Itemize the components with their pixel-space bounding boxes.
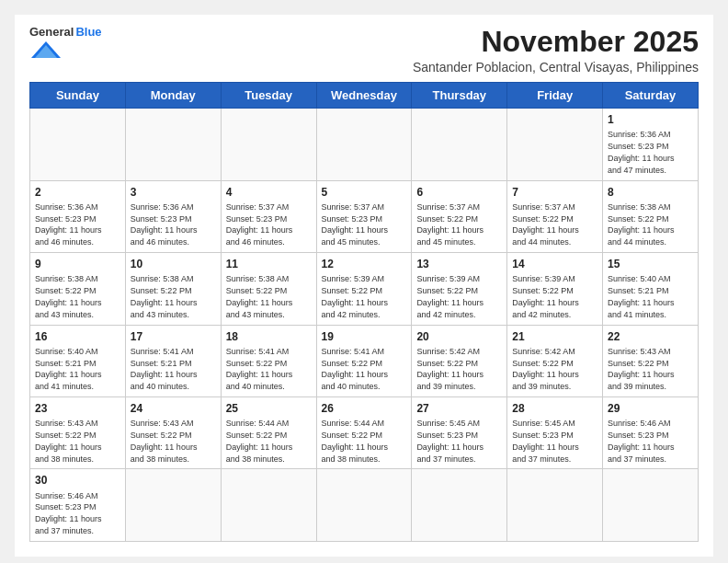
table-row: 1Sunrise: 5:36 AMSunset: 5:23 PMDaylight…	[603, 109, 699, 180]
empty-cell	[507, 109, 603, 180]
table-row: 8Sunrise: 5:38 AMSunset: 5:22 PMDaylight…	[603, 180, 699, 252]
day-number: 27	[416, 401, 502, 416]
empty-cell	[412, 109, 507, 180]
day-info: Sunrise: 5:41 AMSunset: 5:22 PMDaylight:…	[322, 347, 389, 391]
table-row: 10Sunrise: 5:38 AMSunset: 5:22 PMDayligh…	[125, 253, 221, 325]
day-number: 20	[416, 329, 502, 344]
day-number: 28	[512, 401, 597, 416]
day-number: 8	[608, 185, 693, 200]
day-info: Sunrise: 5:36 AMSunset: 5:23 PMDaylight:…	[608, 130, 675, 174]
table-row: 16Sunrise: 5:40 AMSunset: 5:21 PMDayligh…	[30, 325, 126, 396]
day-info: Sunrise: 5:38 AMSunset: 5:22 PMDaylight:…	[608, 202, 675, 247]
day-info: Sunrise: 5:43 AMSunset: 5:22 PMDaylight:…	[35, 419, 102, 463]
day-info: Sunrise: 5:39 AMSunset: 5:22 PMDaylight:…	[322, 274, 389, 318]
table-row: 14Sunrise: 5:39 AMSunset: 5:22 PMDayligh…	[507, 253, 603, 325]
day-number: 12	[322, 257, 407, 271]
day-info: Sunrise: 5:38 AMSunset: 5:22 PMDaylight:…	[131, 274, 198, 318]
table-row: 30Sunrise: 5:46 AMSunset: 5:23 PMDayligh…	[30, 469, 126, 541]
day-info: Sunrise: 5:40 AMSunset: 5:21 PMDaylight:…	[35, 347, 102, 391]
day-number: 21	[512, 329, 597, 344]
calendar-container: General Blue November 2025 Santander Pob…	[15, 15, 713, 557]
location-subtitle: Santander Poblacion, Central Visayas, Ph…	[413, 60, 699, 75]
empty-cell	[221, 109, 316, 180]
table-row: 6Sunrise: 5:37 AMSunset: 5:22 PMDaylight…	[412, 180, 507, 252]
table-row: 5Sunrise: 5:37 AMSunset: 5:23 PMDaylight…	[316, 180, 412, 252]
empty-cell	[316, 469, 412, 541]
day-number: 16	[35, 329, 120, 344]
table-row: 29Sunrise: 5:46 AMSunset: 5:23 PMDayligh…	[603, 396, 699, 468]
empty-cell	[221, 469, 316, 541]
table-row: 21Sunrise: 5:42 AMSunset: 5:22 PMDayligh…	[507, 325, 603, 396]
logo-blue-text: Blue	[75, 26, 101, 38]
day-info: Sunrise: 5:44 AMSunset: 5:22 PMDaylight:…	[322, 419, 389, 463]
empty-cell	[30, 109, 126, 180]
day-info: Sunrise: 5:44 AMSunset: 5:22 PMDaylight:…	[226, 419, 293, 463]
header-tuesday: Tuesday	[221, 83, 316, 109]
day-info: Sunrise: 5:38 AMSunset: 5:22 PMDaylight:…	[226, 274, 293, 318]
day-number: 6	[416, 185, 502, 200]
day-info: Sunrise: 5:36 AMSunset: 5:23 PMDaylight:…	[35, 202, 102, 247]
header: General Blue November 2025 Santander Pob…	[29, 26, 699, 75]
day-info: Sunrise: 5:39 AMSunset: 5:22 PMDaylight:…	[416, 274, 483, 318]
header-saturday: Saturday	[603, 83, 699, 109]
table-row: 20Sunrise: 5:42 AMSunset: 5:22 PMDayligh…	[412, 325, 507, 396]
day-info: Sunrise: 5:41 AMSunset: 5:21 PMDaylight:…	[131, 347, 198, 391]
table-row: 18Sunrise: 5:41 AMSunset: 5:22 PMDayligh…	[221, 325, 316, 396]
table-row: 19Sunrise: 5:41 AMSunset: 5:22 PMDayligh…	[316, 325, 412, 396]
day-number: 23	[35, 401, 120, 416]
day-info: Sunrise: 5:45 AMSunset: 5:23 PMDaylight:…	[512, 419, 579, 463]
day-info: Sunrise: 5:37 AMSunset: 5:23 PMDaylight:…	[226, 202, 293, 247]
calendar-table: Sunday Monday Tuesday Wednesday Thursday…	[29, 82, 699, 542]
logo: General Blue	[29, 26, 102, 60]
table-row: 27Sunrise: 5:45 AMSunset: 5:23 PMDayligh…	[412, 396, 507, 468]
table-row: 15Sunrise: 5:40 AMSunset: 5:21 PMDayligh…	[603, 253, 699, 325]
day-info: Sunrise: 5:43 AMSunset: 5:22 PMDaylight:…	[131, 419, 198, 463]
day-number: 17	[131, 329, 216, 344]
table-row: 25Sunrise: 5:44 AMSunset: 5:22 PMDayligh…	[221, 396, 316, 468]
table-row: 4Sunrise: 5:37 AMSunset: 5:23 PMDaylight…	[221, 180, 316, 252]
table-row: 2Sunrise: 5:36 AMSunset: 5:23 PMDaylight…	[30, 180, 126, 252]
table-row: 13Sunrise: 5:39 AMSunset: 5:22 PMDayligh…	[412, 253, 507, 325]
day-info: Sunrise: 5:38 AMSunset: 5:22 PMDaylight:…	[35, 274, 102, 318]
day-number: 26	[322, 401, 407, 416]
day-info: Sunrise: 5:42 AMSunset: 5:22 PMDaylight:…	[416, 347, 483, 391]
day-info: Sunrise: 5:40 AMSunset: 5:21 PMDaylight:…	[608, 274, 675, 318]
table-row: 7Sunrise: 5:37 AMSunset: 5:22 PMDaylight…	[507, 180, 603, 252]
day-info: Sunrise: 5:46 AMSunset: 5:23 PMDaylight:…	[35, 491, 102, 535]
table-row: 3Sunrise: 5:36 AMSunset: 5:23 PMDaylight…	[125, 180, 221, 252]
day-number: 3	[131, 185, 216, 200]
empty-cell	[125, 109, 221, 180]
day-number: 7	[512, 185, 597, 200]
empty-cell	[412, 469, 507, 541]
day-info: Sunrise: 5:41 AMSunset: 5:22 PMDaylight:…	[226, 347, 293, 391]
day-info: Sunrise: 5:46 AMSunset: 5:23 PMDaylight:…	[608, 419, 675, 463]
header-thursday: Thursday	[412, 83, 507, 109]
table-row: 22Sunrise: 5:43 AMSunset: 5:22 PMDayligh…	[603, 325, 699, 396]
day-number: 18	[226, 329, 312, 344]
day-number: 29	[608, 401, 693, 416]
empty-cell	[125, 469, 221, 541]
day-info: Sunrise: 5:37 AMSunset: 5:23 PMDaylight:…	[322, 202, 389, 247]
logo-icon	[29, 40, 63, 60]
day-info: Sunrise: 5:42 AMSunset: 5:22 PMDaylight:…	[512, 347, 579, 391]
day-info: Sunrise: 5:45 AMSunset: 5:23 PMDaylight:…	[416, 419, 483, 463]
title-section: November 2025 Santander Poblacion, Centr…	[413, 26, 699, 75]
table-row: 17Sunrise: 5:41 AMSunset: 5:21 PMDayligh…	[125, 325, 221, 396]
day-info: Sunrise: 5:36 AMSunset: 5:23 PMDaylight:…	[131, 202, 198, 247]
table-row: 28Sunrise: 5:45 AMSunset: 5:23 PMDayligh…	[507, 396, 603, 468]
table-row: 11Sunrise: 5:38 AMSunset: 5:22 PMDayligh…	[221, 253, 316, 325]
table-row: 12Sunrise: 5:39 AMSunset: 5:22 PMDayligh…	[316, 253, 412, 325]
day-number: 9	[35, 257, 120, 271]
empty-cell	[316, 109, 412, 180]
header-friday: Friday	[507, 83, 603, 109]
empty-cell	[603, 469, 699, 541]
day-number: 19	[322, 329, 407, 344]
day-number: 13	[416, 257, 502, 271]
empty-cell	[507, 469, 603, 541]
table-row: 23Sunrise: 5:43 AMSunset: 5:22 PMDayligh…	[30, 396, 126, 468]
day-number: 2	[35, 185, 120, 200]
day-number: 25	[226, 401, 312, 416]
table-row: 24Sunrise: 5:43 AMSunset: 5:22 PMDayligh…	[125, 396, 221, 468]
header-monday: Monday	[125, 83, 221, 109]
table-row: 9Sunrise: 5:38 AMSunset: 5:22 PMDaylight…	[30, 253, 126, 325]
